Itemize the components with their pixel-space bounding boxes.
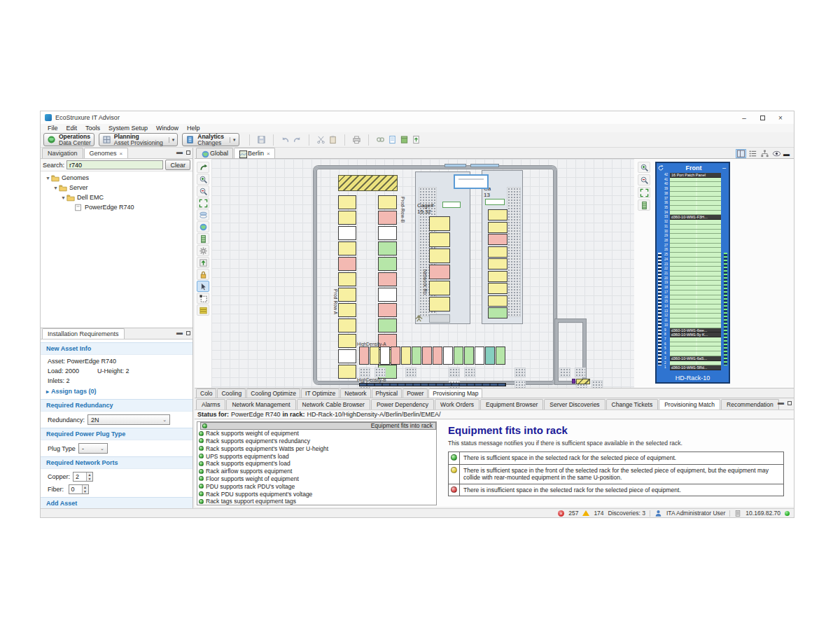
rack-unit-empty[interactable]: 39 <box>664 187 721 192</box>
floor-tab-cooling-optimize[interactable]: Cooling Optimize <box>246 388 300 398</box>
rack-cage-2[interactable] <box>488 246 507 258</box>
rack-unit-empty[interactable]: 24 <box>664 258 721 262</box>
rack-prod-row-a[interactable] <box>338 195 356 209</box>
rack-unit-empty[interactable]: 32 <box>664 220 721 225</box>
checklist-item[interactable]: Rack tags support equipment tags <box>197 498 436 505</box>
rack-unit-empty[interactable]: 26 <box>664 248 721 253</box>
toggle-panel-icon[interactable] <box>736 149 746 158</box>
hierarchy-icon[interactable] <box>760 149 770 158</box>
rack-unit-empty[interactable]: 11 <box>664 318 721 323</box>
perspective-operations[interactable]: OperationsData Center <box>43 133 94 146</box>
maximize-panel-icon[interactable] <box>788 401 792 405</box>
rack-prod-row-a[interactable] <box>338 303 356 317</box>
rotate-rack-icon[interactable] <box>657 163 665 172</box>
tab-installation-requirements[interactable]: Installation Requirements <box>42 328 125 339</box>
tab-network-cable-browser[interactable]: Network Cable Browser <box>297 399 370 410</box>
rack-prod-row-b[interactable] <box>378 288 397 302</box>
zoom-fit-icon[interactable] <box>197 197 209 209</box>
globe-icon[interactable] <box>197 221 209 232</box>
rack-icon[interactable] <box>638 200 650 211</box>
rack-prod-row-a[interactable] <box>338 257 356 271</box>
rack-unit-empty[interactable]: 19 <box>664 281 721 286</box>
rack-prod-row-b[interactable] <box>378 211 397 225</box>
rack-unit-empty[interactable]: 10 <box>664 323 721 328</box>
maximize-panel-icon[interactable] <box>186 331 190 335</box>
checklist-item[interactable]: Rack airflow supports equipment <box>197 468 436 475</box>
assign-tags-toggle[interactable]: ▸Assign tags (0) <box>41 384 192 396</box>
rack-highdensity-a[interactable] <box>391 346 400 365</box>
rows-icon[interactable] <box>197 304 209 316</box>
rack-unit-empty[interactable]: 2 <box>664 361 721 366</box>
rack-highdensity-a[interactable] <box>370 346 379 365</box>
print-icon[interactable] <box>351 134 363 146</box>
minimize-button[interactable]: – <box>735 112 753 123</box>
rack-prod-row-a[interactable] <box>338 226 356 240</box>
rack-prod-row-a[interactable] <box>338 365 356 379</box>
perspective-planning[interactable]: PlanningAsset Provisioning▾ <box>99 133 178 146</box>
tree-item-dell-emc[interactable]: ▼Dell EMC <box>41 192 192 202</box>
checklist-item[interactable]: Floor supports weight of equipment <box>197 475 436 483</box>
rack-unit-empty[interactable]: 25 <box>664 253 721 258</box>
checklist-item[interactable]: PDU supports rack PDU's voltage <box>197 482 436 490</box>
perspective-analytics[interactable]: AnalyticsChanges▾ <box>182 133 239 146</box>
zoom-out-icon[interactable] <box>197 186 209 197</box>
menu-tools[interactable]: Tools <box>81 125 104 132</box>
menu-edit[interactable]: Edit <box>62 125 82 132</box>
checklist-item[interactable]: Rack supports equipment's redundancy <box>197 438 436 445</box>
menu-help[interactable]: Help <box>183 125 204 132</box>
rack-cage-2[interactable] <box>488 271 507 282</box>
rack-cage-2[interactable] <box>488 222 507 233</box>
rack-unit-empty[interactable]: 37 <box>664 197 721 202</box>
rack-highdensity-a[interactable] <box>443 346 453 365</box>
cut-icon[interactable] <box>315 134 327 146</box>
rack-unit-empty[interactable]: 41 <box>664 178 721 183</box>
select-icon[interactable] <box>197 281 209 292</box>
tab-recommendation[interactable]: Recommendation <box>721 399 779 410</box>
rack-prod-row-a[interactable] <box>338 318 356 332</box>
floor-tab-colo[interactable]: Colo <box>196 388 216 398</box>
chevron-down-icon[interactable]: ▼ <box>60 195 66 200</box>
rack-unit-empty[interactable]: 7 <box>664 337 721 342</box>
checklist-item[interactable]: Rack supports equipment's Watts per U-he… <box>197 444 436 452</box>
floor-tab-power[interactable]: Power <box>402 388 428 398</box>
rack-cage-2[interactable] <box>488 209 507 220</box>
rack-prod-row-b[interactable] <box>378 257 397 271</box>
sensor-box[interactable] <box>485 199 505 205</box>
rack-unit-empty[interactable]: 17 <box>664 290 721 295</box>
menu-file[interactable]: File <box>43 125 62 132</box>
zoom-out-icon[interactable] <box>638 174 650 186</box>
rack-unit-empty[interactable]: 12 <box>664 314 721 318</box>
rack-prod-row-a[interactable] <box>338 288 356 302</box>
rack-prod-row-a[interactable] <box>338 211 356 225</box>
rack-prod-row-b[interactable] <box>378 303 397 317</box>
tree-item-poweredge-r740[interactable]: PowerEdge R740 <box>41 202 192 212</box>
rack-unit-empty[interactable]: 22 <box>664 267 721 272</box>
rack-highdensity-a[interactable] <box>380 346 390 365</box>
rack-prod-row-a[interactable] <box>338 272 356 286</box>
rack-prod-row-a[interactable] <box>338 241 356 255</box>
tree-item-server[interactable]: ▼Server <box>41 183 192 192</box>
rack-highdensity-a[interactable] <box>454 346 463 365</box>
rack-cage-2[interactable] <box>488 258 507 270</box>
rack-minimize-icon[interactable]: – <box>722 164 726 172</box>
menu-system-setup[interactable]: System Setup <box>104 125 152 132</box>
rack-unit-empty[interactable]: 31 <box>664 225 721 230</box>
chevron-down-icon[interactable]: ▼ <box>52 186 59 190</box>
rack-unit-empty[interactable]: 13 <box>664 309 721 314</box>
tab-change-tickets[interactable]: Change Tickets <box>606 399 659 410</box>
rack-unit-empty[interactable]: 4 <box>664 351 721 356</box>
checklist-item[interactable]: Equipment fits into rack <box>200 422 436 430</box>
rack-prod-row-b[interactable] <box>378 272 397 286</box>
maximize-panel-icon[interactable] <box>186 150 190 155</box>
tab-power-dependency[interactable]: Power Dependency <box>371 399 434 410</box>
rack-highdensity-a[interactable] <box>433 346 442 365</box>
zoom-in-icon[interactable] <box>197 174 209 185</box>
minimize-editor-icon[interactable]: ▬ <box>783 150 790 158</box>
rack-highdensity-a[interactable] <box>485 346 495 365</box>
document-icon[interactable] <box>386 134 398 146</box>
rack-unit-empty[interactable]: 18 <box>664 286 721 290</box>
floor-tab-it-optimize[interactable]: IT Optimize <box>301 388 340 398</box>
rack-prod-row-b[interactable] <box>378 195 397 209</box>
rack-cage-2[interactable] <box>488 295 507 307</box>
floor-tab-network[interactable]: Network <box>340 388 370 398</box>
